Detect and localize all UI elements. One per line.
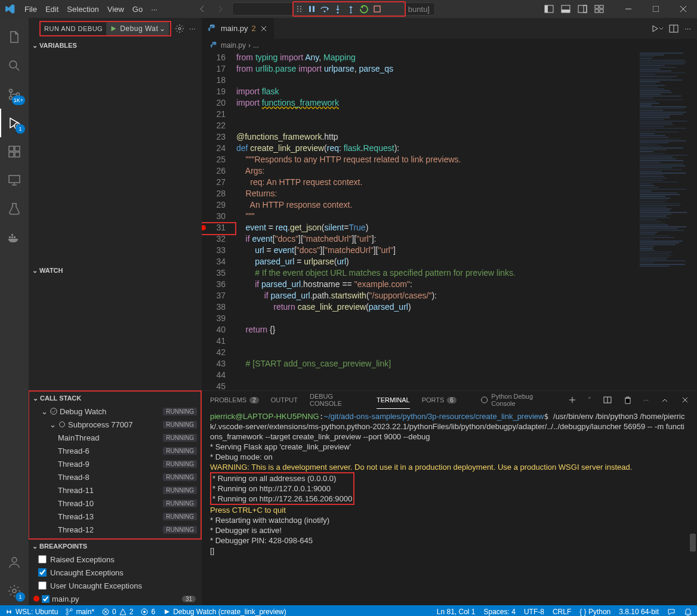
svg-rect-31 bbox=[15, 146, 20, 151]
editor-more-icon[interactable]: ··· bbox=[684, 24, 691, 33]
window-close[interactable] bbox=[670, 0, 697, 18]
kill-terminal-icon[interactable] bbox=[624, 396, 631, 404]
extensions-icon[interactable] bbox=[0, 137, 29, 166]
svg-rect-29 bbox=[9, 152, 14, 157]
python-version[interactable]: 3.8.10 64-bit bbox=[619, 608, 659, 616]
run-debug-header: RUN AND DEBUG Debug Wat ··· bbox=[29, 18, 202, 39]
svg-rect-10 bbox=[653, 6, 659, 12]
menu-edit[interactable]: Edit bbox=[41, 5, 63, 14]
pause-icon[interactable] bbox=[307, 4, 316, 14]
tab-label: main.py bbox=[221, 24, 248, 33]
search-icon[interactable] bbox=[0, 51, 29, 80]
debug-toolbar[interactable] bbox=[292, 1, 406, 17]
tab-output[interactable]: OUTPUT bbox=[271, 391, 298, 409]
maximize-panel-icon[interactable] bbox=[661, 396, 668, 404]
step-into-icon[interactable] bbox=[333, 4, 343, 14]
tab-debug-console[interactable]: DEBUG CONSOLE bbox=[310, 391, 365, 409]
bp-file-row[interactable]: main.py 31 bbox=[29, 592, 202, 605]
stop-icon[interactable] bbox=[372, 4, 382, 14]
drag-handle-icon[interactable] bbox=[296, 4, 303, 14]
menu-file[interactable]: File bbox=[20, 5, 41, 14]
encoding[interactable]: UTF-8 bbox=[524, 608, 544, 616]
git-branch[interactable]: main* bbox=[65, 608, 94, 616]
thread-row[interactable]: Thread-10RUNNING bbox=[29, 497, 201, 510]
cursor-position[interactable]: Ln 81, Col 1 bbox=[437, 608, 476, 616]
nav-back-icon[interactable] bbox=[198, 4, 207, 14]
source-control-icon[interactable]: 1K+ bbox=[0, 80, 29, 109]
menu-go[interactable]: Go bbox=[128, 5, 147, 14]
svg-point-51 bbox=[143, 611, 146, 613]
explorer-icon[interactable] bbox=[0, 23, 29, 51]
callstack-subprocess[interactable]: ⌄ Subprocess 77007RUNNING bbox=[29, 418, 201, 431]
debug-config-label: Debug Wat bbox=[120, 24, 158, 33]
tab-terminal[interactable]: TERMINAL bbox=[377, 391, 410, 409]
svg-point-11 bbox=[297, 6, 298, 7]
gear-icon[interactable] bbox=[175, 24, 184, 33]
tab-ports[interactable]: PORTS6 bbox=[422, 391, 457, 409]
bp-raised[interactable]: Raised Exceptions bbox=[29, 553, 202, 566]
terminal-profile[interactable]: Python Debug Console bbox=[480, 391, 556, 409]
window-maximize[interactable] bbox=[642, 0, 670, 18]
docker-icon[interactable] bbox=[0, 223, 29, 252]
testing-icon[interactable] bbox=[0, 195, 29, 223]
eol[interactable]: CRLF bbox=[553, 608, 571, 616]
notifications-icon[interactable] bbox=[684, 608, 692, 616]
layout-secondary-icon[interactable] bbox=[578, 4, 587, 14]
remote-indicator[interactable]: WSL: Ubuntu bbox=[5, 608, 58, 616]
thread-row[interactable]: Thread-8RUNNING bbox=[29, 470, 201, 483]
debug-status[interactable]: Debug Watch (create_link_preview) bbox=[162, 608, 286, 616]
bp-uncaught[interactable]: Uncaught Exceptions bbox=[29, 566, 202, 579]
svg-point-47 bbox=[66, 613, 69, 615]
title-text: buntu] bbox=[408, 5, 430, 14]
svg-rect-28 bbox=[9, 146, 14, 151]
breadcrumb[interactable]: main.py›... bbox=[202, 39, 697, 52]
settings-icon[interactable]: 1 bbox=[0, 577, 29, 605]
more-icon[interactable]: ··· bbox=[189, 25, 196, 32]
language-mode[interactable]: { } Python bbox=[579, 608, 610, 616]
code-editor[interactable]: 1617181920212223242526272829303132333435… bbox=[202, 52, 697, 390]
minimap[interactable] bbox=[637, 52, 697, 390]
new-terminal-icon[interactable] bbox=[568, 396, 576, 404]
thread-row[interactable]: Thread-6RUNNING bbox=[29, 444, 201, 457]
menu-selection[interactable]: Selection bbox=[63, 5, 103, 14]
tab-main-py[interactable]: main.py 2 bbox=[202, 18, 275, 39]
callstack-session[interactable]: ⌄ Debug WatchRUNNING bbox=[29, 405, 201, 418]
terminal-content[interactable]: pierrick@LAPTOP-HKU5PNNG:~/git/add-ons-s… bbox=[202, 409, 697, 605]
debug-config-selector[interactable]: Debug Wat bbox=[106, 22, 169, 35]
thread-row[interactable]: Thread-12RUNNING bbox=[29, 523, 201, 536]
variables-section[interactable]: ⌄VARIABLES bbox=[29, 39, 202, 52]
step-over-icon[interactable] bbox=[320, 4, 329, 14]
run-debug-icon[interactable]: 1 bbox=[0, 109, 29, 137]
bp-user-uncaught[interactable]: User Uncaught Exceptions bbox=[29, 579, 202, 592]
remote-explorer-icon[interactable] bbox=[0, 166, 29, 195]
layout-bottom-icon[interactable] bbox=[561, 4, 570, 14]
panel-more-icon[interactable]: ··· bbox=[643, 396, 649, 404]
split-editor-icon[interactable] bbox=[669, 24, 679, 33]
watch-section[interactable]: ⌄WATCH bbox=[29, 264, 202, 277]
customize-layout-icon[interactable] bbox=[594, 4, 604, 14]
close-icon[interactable] bbox=[260, 24, 268, 33]
feedback-icon[interactable] bbox=[667, 608, 676, 616]
close-panel-icon[interactable] bbox=[681, 396, 689, 404]
thread-row[interactable]: MainThreadRUNNING bbox=[29, 431, 201, 444]
accounts-icon[interactable] bbox=[0, 548, 29, 577]
call-stack-title[interactable]: ⌄CALL STACK bbox=[29, 392, 201, 405]
thread-row[interactable]: Thread-9RUNNING bbox=[29, 457, 201, 470]
problems-status[interactable]: 0 2 bbox=[101, 608, 133, 616]
nav-forward-icon[interactable] bbox=[215, 4, 225, 14]
window-minimize[interactable] bbox=[615, 0, 642, 18]
split-terminal-icon[interactable] bbox=[603, 396, 611, 404]
indentation[interactable]: Spaces: 4 bbox=[484, 608, 516, 616]
menu-view[interactable]: View bbox=[103, 5, 128, 14]
thread-row[interactable]: Thread-13RUNNING bbox=[29, 510, 201, 523]
terminal-scrollbar[interactable] bbox=[690, 534, 696, 552]
run-dropdown-icon[interactable] bbox=[651, 24, 663, 33]
thread-row[interactable]: Thread-11RUNNING bbox=[29, 483, 201, 497]
breakpoints-section[interactable]: ⌄BREAKPOINTS bbox=[29, 540, 202, 553]
layout-primary-icon[interactable] bbox=[544, 4, 554, 14]
restart-icon[interactable] bbox=[359, 4, 369, 14]
step-out-icon[interactable] bbox=[346, 4, 356, 14]
tab-problems[interactable]: PROBLEMS2 bbox=[210, 391, 259, 409]
menu-more[interactable]: ··· bbox=[147, 5, 162, 14]
ports-status[interactable]: 6 bbox=[140, 608, 155, 616]
